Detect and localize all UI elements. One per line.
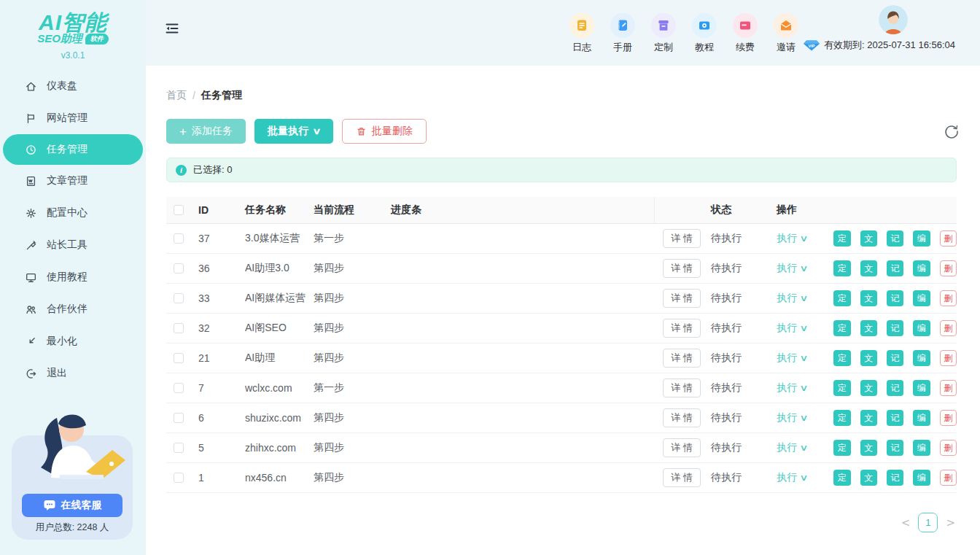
record-button[interactable]: 记 — [887, 350, 903, 366]
execute-dropdown[interactable]: 执行 ∨ — [777, 322, 816, 335]
record-button[interactable]: 记 — [887, 320, 903, 336]
delete-button[interactable]: 删 — [940, 290, 957, 306]
delete-button[interactable]: 删 — [940, 380, 957, 396]
edit-button[interactable]: 编 — [913, 290, 930, 306]
detail-button[interactable]: 详 情 — [663, 259, 701, 278]
detail-button[interactable]: 详 情 — [663, 379, 701, 397]
quick-link-3[interactable]: 教程 — [690, 13, 719, 54]
detail-button[interactable]: 详 情 — [663, 438, 701, 457]
execute-dropdown[interactable]: 执行 ∨ — [777, 292, 816, 305]
select-all-checkbox[interactable] — [174, 205, 184, 215]
row-checkbox[interactable] — [174, 443, 184, 453]
record-button[interactable]: 记 — [887, 380, 903, 396]
schedule-button[interactable]: 定 — [833, 470, 850, 486]
sidebar-item-4[interactable]: 配置中心 — [0, 197, 146, 229]
row-checkbox[interactable] — [174, 323, 184, 333]
breadcrumb-home[interactable]: 首页 — [166, 89, 187, 102]
article-button[interactable]: 文 — [860, 230, 877, 247]
detail-button[interactable]: 详 情 — [663, 319, 701, 338]
quick-link-2[interactable]: 定制 — [649, 13, 678, 54]
delete-button[interactable]: 删 — [940, 470, 957, 486]
article-button[interactable]: 文 — [860, 260, 877, 276]
schedule-button[interactable]: 定 — [833, 230, 850, 247]
row-checkbox[interactable] — [174, 473, 184, 483]
record-button[interactable]: 记 — [887, 410, 903, 426]
sidebar-item-3[interactable]: 文章管理 — [0, 165, 146, 197]
record-button[interactable]: 记 — [887, 230, 903, 247]
edit-button[interactable]: 编 — [913, 380, 930, 396]
sidebar-item-8[interactable]: 最小化 — [0, 325, 146, 357]
article-button[interactable]: 文 — [860, 410, 877, 426]
detail-button[interactable]: 详 情 — [663, 408, 701, 427]
add-task-button[interactable]: + 添加任务 — [166, 119, 246, 144]
article-button[interactable]: 文 — [860, 320, 877, 336]
record-button[interactable]: 记 — [887, 470, 903, 486]
detail-button[interactable]: 详 情 — [663, 349, 701, 368]
row-checkbox[interactable] — [174, 293, 184, 303]
schedule-button[interactable]: 定 — [833, 290, 850, 306]
sidebar-item-2[interactable]: 任务管理 — [3, 134, 143, 165]
delete-button[interactable]: 删 — [940, 350, 957, 366]
detail-button[interactable]: 详 情 — [663, 468, 701, 487]
sidebar-item-7[interactable]: 合作伙伴 — [0, 293, 146, 325]
execute-dropdown[interactable]: 执行 ∨ — [777, 352, 816, 365]
quick-link-0[interactable]: 日志 — [567, 13, 596, 54]
page-number[interactable]: 1 — [918, 513, 938, 532]
record-button[interactable]: 记 — [887, 260, 903, 276]
execute-dropdown[interactable]: 执行 ∨ — [777, 262, 816, 275]
delete-button[interactable]: 删 — [940, 410, 957, 426]
sidebar-item-9[interactable]: 退出 — [0, 357, 146, 389]
schedule-button[interactable]: 定 — [833, 350, 850, 366]
execute-dropdown[interactable]: 执行 ∨ — [777, 441, 816, 454]
batch-delete-button[interactable]: 批量删除 — [342, 119, 427, 144]
prev-page-icon[interactable]: < — [901, 516, 911, 529]
quick-link-1[interactable]: 手册 — [608, 13, 637, 54]
row-checkbox[interactable] — [174, 263, 184, 273]
online-support-button[interactable]: 在线客服 — [22, 494, 122, 517]
sidebar-item-6[interactable]: 使用教程 — [0, 261, 146, 293]
detail-button[interactable]: 详 情 — [663, 229, 701, 248]
article-button[interactable]: 文 — [860, 290, 877, 306]
quick-link-5[interactable]: 邀请 — [771, 13, 801, 54]
edit-button[interactable]: 编 — [913, 470, 930, 486]
schedule-button[interactable]: 定 — [833, 440, 850, 456]
delete-button[interactable]: 删 — [940, 320, 957, 336]
row-checkbox[interactable] — [174, 233, 184, 244]
delete-button[interactable]: 删 — [940, 440, 957, 456]
record-button[interactable]: 记 — [887, 290, 903, 306]
row-checkbox[interactable] — [174, 413, 184, 423]
schedule-button[interactable]: 定 — [833, 260, 850, 276]
sidebar-item-1[interactable]: 网站管理 — [0, 102, 146, 134]
record-button[interactable]: 记 — [887, 440, 903, 456]
row-checkbox[interactable] — [174, 353, 184, 363]
batch-execute-button[interactable]: 批量执行 ∨ — [254, 119, 333, 144]
edit-button[interactable]: 编 — [913, 410, 930, 426]
article-button[interactable]: 文 — [860, 380, 877, 396]
schedule-button[interactable]: 定 — [833, 380, 850, 396]
sidebar-collapse-icon[interactable] — [163, 20, 181, 37]
execute-dropdown[interactable]: 执行 ∨ — [777, 381, 816, 395]
avatar[interactable] — [879, 5, 908, 34]
quick-link-4[interactable]: 续费 — [731, 13, 760, 54]
delete-button[interactable]: 删 — [940, 260, 957, 276]
edit-button[interactable]: 编 — [913, 320, 930, 336]
article-button[interactable]: 文 — [860, 470, 877, 486]
edit-button[interactable]: 编 — [913, 440, 930, 456]
next-page-icon[interactable]: > — [946, 516, 955, 529]
row-checkbox[interactable] — [174, 383, 184, 393]
edit-button[interactable]: 编 — [913, 230, 930, 247]
article-button[interactable]: 文 — [860, 350, 877, 366]
detail-button[interactable]: 详 情 — [663, 289, 701, 308]
refresh-icon[interactable] — [942, 122, 961, 141]
edit-button[interactable]: 编 — [913, 350, 930, 366]
execute-dropdown[interactable]: 执行 ∨ — [777, 411, 816, 424]
edit-button[interactable]: 编 — [913, 260, 930, 276]
delete-button[interactable]: 删 — [940, 230, 957, 247]
schedule-button[interactable]: 定 — [833, 410, 850, 426]
article-button[interactable]: 文 — [860, 440, 877, 456]
schedule-button[interactable]: 定 — [833, 320, 850, 336]
sidebar-item-0[interactable]: 仪表盘 — [0, 70, 146, 102]
execute-dropdown[interactable]: 执行 ∨ — [777, 232, 816, 245]
execute-dropdown[interactable]: 执行 ∨ — [777, 471, 816, 484]
sidebar-item-5[interactable]: 站长工具 — [0, 229, 146, 261]
